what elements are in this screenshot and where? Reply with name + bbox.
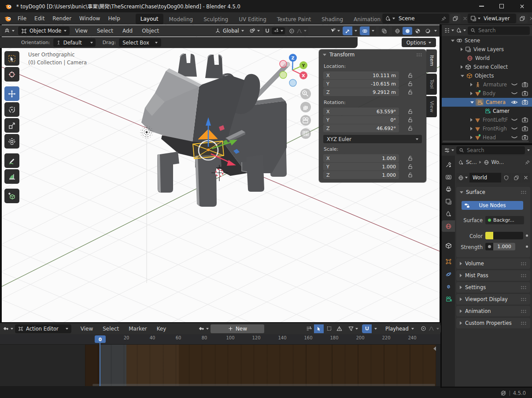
pin-icon[interactable] [441,16,447,22]
disable-render-icon[interactable] [521,90,528,97]
properties-tab-view-layer[interactable] [442,196,455,207]
proportional-editing-icon[interactable] [421,326,426,331]
menu-render[interactable]: Render [48,12,75,24]
location-y-field[interactable]: Y-10.615 m [323,80,399,88]
lock-scale-y-icon[interactable] [407,163,414,170]
dope-menu-marker[interactable]: Marker [125,324,151,333]
tool-transform[interactable] [4,134,19,149]
transform-panel-header[interactable]: Transform [319,49,426,60]
viewport-menu-object[interactable]: Object [138,26,163,35]
maximize-button[interactable] [491,0,512,12]
viewport-menu-add[interactable]: Add [118,26,137,35]
tool-add-cube[interactable] [4,189,19,203]
properties-tab-output[interactable] [442,183,455,195]
outliner-row-objects-collection[interactable]: Objects [442,71,532,80]
playhead-snap-dropdown[interactable]: Playhead [383,324,417,333]
nav-axis-neg-x[interactable] [280,60,287,67]
panel-viewport-display[interactable]: Viewport Display [456,294,530,305]
outliner-row-scene[interactable]: Scene [442,36,532,45]
properties-tab-object-data[interactable] [442,293,455,305]
outliner-row-camera-data[interactable]: Camer [442,107,532,115]
breadcrumb-world[interactable]: Wo... [491,159,504,165]
pan-button[interactable] [300,102,311,112]
dope-sheet-content[interactable] [0,345,440,386]
tool-cursor[interactable] [4,67,19,82]
view-layer-selector[interactable]: ViewLayer [468,14,516,23]
animate-color-dot[interactable] [526,234,528,237]
world-name-field[interactable]: World [469,173,501,182]
mode-selector[interactable]: Object Mode [18,26,70,35]
pin-icon[interactable] [525,160,530,165]
overlays-toggle[interactable] [360,26,369,35]
app-menu-blender-icon[interactable] [4,15,12,22]
properties-tab-render[interactable] [442,171,455,182]
outliner-row-scene-collection[interactable]: Scene Collect [442,63,532,71]
new-action-button[interactable]: New [211,324,264,333]
new-world-button[interactable] [511,173,521,182]
perspective-toggle-button[interactable] [300,128,311,139]
rotation-y-field[interactable]: Y0° [323,116,399,124]
surface-panel-header[interactable]: Surface [456,187,530,197]
disable-render-icon[interactable] [521,116,528,123]
pivot-point-selector[interactable] [247,26,262,35]
location-x-field[interactable]: X10.111 m [323,71,399,79]
panel-drag-handle-icon[interactable] [521,298,527,301]
outliner-search-input[interactable]: Search [468,26,530,35]
strength-field[interactable]: 1.000 [493,243,515,250]
visibility-dropdown[interactable] [328,26,342,35]
outliner-row-frontleft[interactable]: FrontLeftF [442,115,532,124]
hide-viewport-icon[interactable] [511,116,518,123]
expand-channels-icon[interactable] [433,346,436,351]
dope-sheet-channel-region[interactable] [0,345,85,386]
gizmos-dropdown[interactable] [353,26,359,35]
panel-animation[interactable]: Animation [456,306,530,316]
outliner-row-world[interactable]: World [442,54,532,63]
shading-solid-button[interactable] [403,27,412,35]
panel-drag-handle-icon[interactable] [416,53,422,56]
use-nodes-button[interactable]: Use Nodes [462,201,523,210]
disable-render-icon[interactable] [521,134,528,141]
unlink-world-button[interactable] [521,173,530,182]
outliner-row-frontright[interactable]: FrontRigh [442,124,532,133]
outliner-row-body[interactable]: Body [442,89,532,98]
properties-tab-constraints[interactable] [442,281,455,292]
sidebar-tab-view[interactable]: View [426,96,437,117]
timeline-ruler[interactable]: 20 40 60 80 100 120 140 160 180 200 220 … [0,334,440,345]
outliner-display-mode-button[interactable] [444,27,454,33]
lock-rotation-z-icon[interactable] [407,125,414,131]
snap-settings-button[interactable] [272,27,285,34]
viewport-menu-select[interactable]: Select [93,26,117,35]
breadcrumb-scene[interactable]: Sc... [466,159,477,165]
panel-mist-pass[interactable]: Mist Pass [456,270,530,281]
properties-tab-tool[interactable] [442,159,455,170]
menu-window[interactable]: Window [75,12,104,24]
sidebar-tab-item[interactable]: Item [426,49,437,72]
properties-tab-scene[interactable] [442,208,455,219]
strength-swatch[interactable] [485,243,493,250]
outliner-row-view-layers[interactable]: View Layers [442,45,532,54]
hide-viewport-icon[interactable] [511,125,518,132]
rotation-z-field[interactable]: Z46.692° [323,124,399,132]
disable-render-icon[interactable] [521,81,528,88]
nav-axis-neg-z[interactable] [289,79,296,86]
dope-sheet-mode-dropdown[interactable]: Action Editor [15,324,71,333]
options-button[interactable]: Options [402,38,436,47]
lock-location-y-icon[interactable] [407,80,414,87]
hide-viewport-icon[interactable] [511,81,518,88]
viewport-menu-view[interactable]: View [71,26,91,35]
panel-settings[interactable]: Settings [456,282,530,293]
scene-selector[interactable]: Scene [382,14,449,23]
shading-wireframe-button[interactable] [392,27,402,35]
show-hidden-toggle[interactable] [324,324,334,333]
minimize-button[interactable] [471,0,491,12]
workspace-tab-animation[interactable]: Animation [349,15,385,24]
surface-shader-button[interactable]: Backgr... [485,216,524,224]
panel-drag-handle-icon[interactable] [521,190,527,194]
location-z-field[interactable]: Z9.2912 m [323,88,399,96]
overlays-dropdown[interactable] [370,26,376,35]
outliner-filter-button[interactable] [456,27,466,33]
zoom-button[interactable] [300,89,311,99]
snap-dropdown[interactable] [372,324,379,333]
world-color-swatch[interactable] [485,232,493,239]
disable-render-icon[interactable] [521,125,528,132]
